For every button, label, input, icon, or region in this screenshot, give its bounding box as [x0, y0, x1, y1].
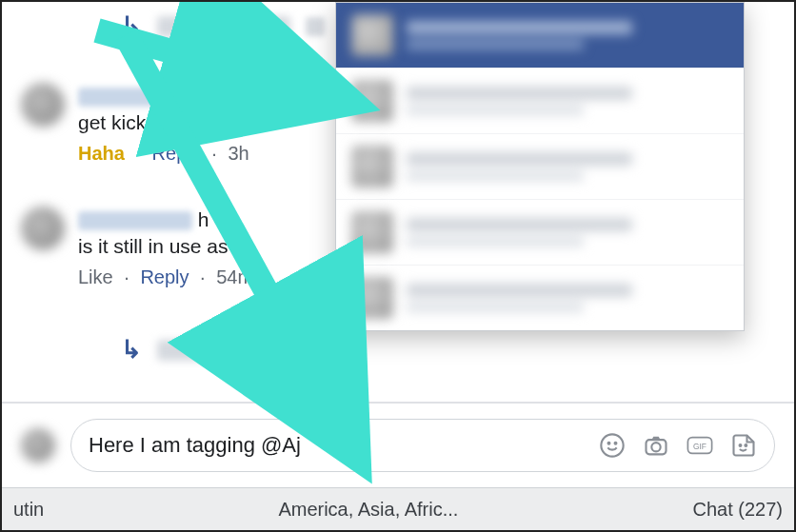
svg-point-7 — [740, 444, 742, 446]
svg-point-0 — [601, 434, 623, 456]
bottom-chat-link[interactable]: Chat (227) — [692, 499, 783, 521]
suggestion-avatar — [351, 211, 393, 253]
avatar[interactable] — [21, 83, 65, 127]
avatar[interactable] — [21, 207, 65, 250]
reply-count — [306, 341, 325, 360]
svg-text:GIF: GIF — [693, 442, 706, 451]
reply-link[interactable]: Reply — [152, 143, 201, 164]
composer-bar: Here I am tagging @Aj GIF — [2, 402, 794, 487]
reply-arrow-icon: ↳ — [121, 11, 142, 41]
sticker-icon[interactable] — [730, 432, 757, 459]
svg-point-1 — [608, 443, 610, 444]
comment-body: h is it still in use as s — [78, 207, 244, 261]
bottom-bar: utin America, Asia, Afric... Chat (227) — [2, 487, 794, 530]
comment-body: N get kicked out, just — [78, 83, 244, 137]
suggestion-text — [407, 21, 728, 49]
comment-time: 54m — [216, 266, 253, 287]
suggestion-text — [407, 152, 728, 181]
suggestion-avatar — [351, 14, 393, 56]
reply-indicator[interactable]: ↳ — [121, 335, 325, 365]
suggestion-text — [407, 87, 728, 115]
svg-point-4 — [651, 443, 660, 451]
composer-icons: GIF — [599, 432, 757, 459]
comment-text-rest: get kicked out, just — [78, 111, 244, 133]
mention-suggestion[interactable] — [336, 200, 744, 266]
commenter-name[interactable] — [78, 211, 192, 230]
reaction-link[interactable]: Haha — [78, 143, 125, 164]
comment-input-text: Here I am tagging @Aj — [89, 433, 587, 458]
my-avatar[interactable] — [21, 428, 55, 463]
suggestion-text — [407, 218, 728, 246]
suggestion-avatar — [351, 80, 393, 122]
reply-count — [306, 17, 325, 36]
camera-icon[interactable] — [643, 432, 669, 459]
comment-text-rest: is it still in use as s — [78, 235, 244, 257]
comment-text-start: h — [198, 208, 209, 230]
bottom-center-text[interactable]: America, Asia, Afric... — [278, 499, 458, 521]
reply-link[interactable]: Reply — [140, 266, 189, 287]
suggestion-text — [407, 284, 728, 312]
suggestion-avatar — [351, 277, 393, 319]
reply-author — [157, 16, 290, 37]
svg-point-8 — [745, 444, 746, 446]
reply-author — [157, 340, 290, 361]
suggestion-avatar — [351, 146, 393, 187]
reply-arrow-icon: ↳ — [121, 335, 142, 365]
mention-suggestion[interactable] — [336, 266, 744, 330]
mention-suggestions-popup — [335, 2, 745, 331]
bottom-left-text[interactable]: utin — [13, 499, 44, 521]
mention-suggestion[interactable] — [336, 3, 744, 69]
mention-suggestion[interactable] — [336, 69, 744, 134]
like-link[interactable]: Like — [78, 266, 113, 287]
emoji-icon[interactable] — [599, 432, 626, 459]
comment-input[interactable]: Here I am tagging @Aj GIF — [70, 419, 775, 472]
comment-time: 3h — [228, 143, 249, 164]
mention-suggestion[interactable] — [336, 134, 744, 200]
reply-indicator[interactable]: ↳ — [121, 11, 325, 41]
commenter-name[interactable] — [78, 88, 192, 107]
svg-point-2 — [615, 443, 617, 444]
gif-icon[interactable]: GIF — [687, 432, 713, 459]
comment-text-start: N — [198, 85, 212, 107]
